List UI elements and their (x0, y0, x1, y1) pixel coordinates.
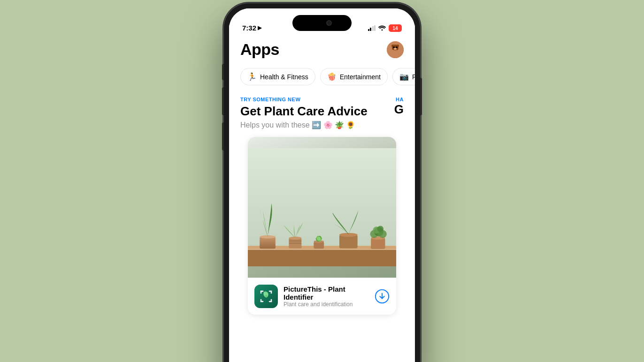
entertainment-label: Entertainment (340, 73, 381, 81)
second-eyebrow: HA (376, 97, 404, 102)
app-icon-svg (254, 285, 278, 308)
featured-section: TRY SOMETHING NEW Get Plant Care Advice … (229, 91, 415, 137)
category-tabs: 🏃 Health & Fitness 🍿 Entertainment 📷 Pho… (229, 64, 415, 91)
svg-rect-31 (371, 238, 385, 249)
avatar[interactable] (387, 41, 404, 58)
signal-icon (368, 25, 376, 31)
download-button[interactable] (375, 289, 390, 304)
svg-point-7 (394, 48, 397, 50)
phone-screen: 7:32 ▶ (229, 8, 415, 362)
app-icon-bg (254, 285, 278, 308)
svg-rect-28 (339, 235, 358, 249)
svg-rect-10 (248, 250, 396, 266)
section-title: Get Plant Care Advice (240, 104, 376, 119)
status-icons: 14 (368, 24, 402, 32)
phone-mockup: 7:32 ▶ (223, 3, 421, 362)
time-display: 7:32 (242, 24, 256, 32)
photo-label: Photo (412, 73, 415, 81)
svg-point-26 (317, 237, 321, 241)
battery-icon: 14 (389, 24, 402, 32)
app-card-image (248, 137, 396, 278)
volume-button (420, 78, 422, 115)
app-icon-wrapper (254, 285, 278, 308)
avatar-image (387, 41, 404, 58)
volume-up-button (222, 87, 224, 115)
svg-point-13 (260, 235, 276, 239)
download-icon (375, 288, 390, 304)
health-label: Health & Fitness (260, 73, 308, 81)
tab-health-fitness[interactable]: 🏃 Health & Fitness (240, 68, 315, 85)
card-wrapper: PictureThis - Plant Identifier Plant car… (229, 137, 415, 315)
signal-bar-1 (368, 29, 369, 31)
plant-scene-svg (248, 137, 396, 278)
volume-down-button (222, 122, 224, 151)
section-subtitle: Helps you with these ➡️ 🌸 🪴 🌻 (240, 121, 376, 129)
mute-button (222, 64, 224, 80)
signal-bar-2 (370, 28, 371, 31)
svg-point-4 (391, 50, 400, 57)
camera-dot (326, 20, 332, 26)
svg-point-37 (377, 226, 383, 232)
wifi-icon (378, 25, 386, 32)
app-card-footer: PictureThis - Plant Identifier Plant car… (248, 278, 396, 315)
svg-rect-12 (260, 237, 276, 249)
photo-icon: 📷 (399, 72, 409, 81)
app-info: PictureThis - Plant Identifier Plant car… (284, 285, 375, 308)
signal-bar-3 (372, 26, 374, 31)
svg-point-29 (339, 233, 358, 237)
battery-level: 14 (392, 26, 398, 31)
location-arrow-icon: ▶ (258, 25, 261, 31)
tab-entertainment[interactable]: 🍿 Entertainment (320, 68, 388, 85)
svg-rect-38 (248, 249, 396, 250)
status-time: 7:32 ▶ (242, 24, 261, 32)
tab-photo[interactable]: 📷 Photo (392, 68, 415, 85)
page-title: Apps (240, 40, 279, 59)
app-store-content: 7:32 ▶ (229, 8, 415, 362)
app-name: PictureThis - Plant Identifier (284, 285, 375, 301)
entertainment-icon: 🍿 (327, 72, 337, 81)
svg-point-16 (289, 237, 301, 240)
app-category: Plant care and identification (284, 301, 375, 308)
second-title: G (376, 102, 404, 117)
dynamic-island (292, 15, 352, 31)
health-icon: 🏃 (247, 72, 257, 81)
svg-rect-18 (289, 243, 301, 244)
signal-bar-4 (374, 25, 376, 31)
app-card[interactable]: PictureThis - Plant Identifier Plant car… (248, 137, 396, 315)
svg-rect-17 (289, 241, 301, 242)
section-eyebrow: TRY SOMETHING NEW (240, 97, 376, 102)
